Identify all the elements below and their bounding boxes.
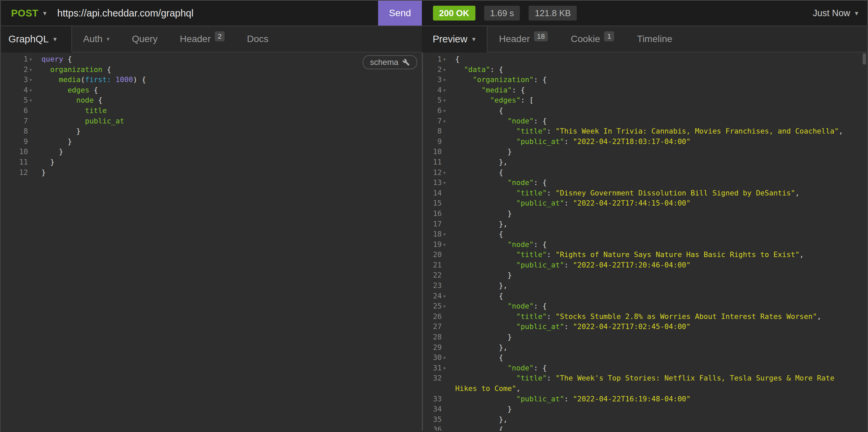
fold-caret-icon[interactable]: ▾ [442, 85, 455, 96]
code-line: 3▾ media(first: 1000) { [1, 75, 422, 85]
line-number: 11 [423, 157, 442, 168]
code-line: 6 title [1, 106, 422, 116]
code-line: 5▾ node { [1, 95, 422, 106]
header-count-badge: 18 [534, 31, 548, 41]
tab-rows: GraphQL ▾ Auth ▾ Query Header 2 Docs [1, 26, 867, 53]
caret-down-icon: ▾ [855, 9, 858, 17]
fold-caret-icon[interactable]: ▾ [28, 54, 41, 65]
body-type-label: GraphQL [8, 34, 49, 45]
fold-caret-icon[interactable]: ▾ [442, 291, 455, 301]
code-line: 2▾ organization { [1, 65, 422, 75]
tab-auth[interactable]: Auth ▾ [72, 26, 121, 52]
response-preview-editor[interactable]: 1▾{2▾ "data": {3▾ "organization": {4▾ "m… [423, 53, 867, 431]
code-text: { [455, 353, 867, 363]
tab-header[interactable]: Header 2 [169, 26, 236, 52]
fold-caret-icon[interactable]: ▾ [442, 116, 455, 127]
code-text: } [41, 147, 422, 157]
fold-caret-icon[interactable]: ▾ [442, 353, 455, 363]
tab-query[interactable]: Query [121, 26, 169, 52]
code-text: } [455, 404, 867, 414]
tab-cookie[interactable]: Cookie 1 [559, 26, 626, 52]
caret-down-icon[interactable]: ▾ [43, 9, 46, 17]
line-number: 8 [1, 126, 28, 137]
url-input[interactable]: https://api.cheddar.com/graphql [57, 8, 194, 19]
line-number: 10 [423, 147, 442, 157]
line-number: 30 [423, 353, 442, 363]
line-number: 23 [423, 280, 442, 291]
code-line: 2▾ "data": { [423, 65, 867, 75]
line-number: 6 [1, 106, 28, 116]
caret-down-icon: ▾ [472, 35, 475, 43]
code-line: 36 { [423, 425, 867, 431]
code-text: } [41, 126, 422, 137]
fold-caret-icon[interactable]: ▾ [442, 106, 455, 116]
code-line: 7 public_at [1, 116, 422, 127]
code-line: 9 } [1, 137, 422, 147]
code-line: 3▾ "organization": { [423, 75, 867, 85]
code-line: 6▾ { [423, 106, 867, 116]
method-dropdown[interactable]: POST [11, 8, 38, 19]
code-text: { [455, 425, 867, 431]
fold-caret-icon[interactable]: ▾ [442, 75, 455, 85]
code-line: 20 "title": "Rights of Nature Says Natur… [423, 250, 867, 260]
line-number: 10 [1, 147, 28, 157]
fold-caret-icon[interactable]: ▾ [28, 95, 41, 106]
schema-button[interactable]: schema [363, 55, 417, 69]
fold-caret-icon[interactable]: ▾ [28, 85, 41, 96]
line-number: 19 [423, 239, 442, 250]
code-text: "organization": { [455, 75, 867, 85]
fold-caret-icon[interactable]: ▾ [442, 54, 455, 65]
code-text: }, [455, 157, 867, 168]
fold-caret-icon[interactable]: ▾ [442, 95, 455, 106]
fold-caret-icon[interactable]: ▾ [442, 168, 455, 178]
fold-caret-icon[interactable]: ▾ [28, 65, 41, 75]
fold-caret-icon[interactable]: ▾ [442, 65, 455, 75]
line-number: 32 [423, 373, 442, 384]
content-panes: schema 1▾query {2▾ organization {3▾ medi… [1, 53, 867, 431]
fold-caret-icon[interactable]: ▾ [442, 229, 455, 239]
code-line: 34 } [423, 404, 867, 414]
line-number: 3 [1, 75, 28, 85]
code-line: 16 } [423, 209, 867, 219]
code-line: 24▾ { [423, 291, 867, 301]
fold-caret-icon[interactable]: ▾ [442, 363, 455, 373]
tab-response-header[interactable]: Header 18 [488, 26, 559, 52]
response-tabs: Preview ▾ Header 18 Cookie 1 Timeline [422, 26, 867, 53]
graphql-query-editor[interactable]: schema 1▾query {2▾ organization {3▾ medi… [1, 53, 422, 431]
wrench-icon [402, 59, 410, 66]
code-line: 9 "public_at": "2022-04-22T18:03:17-04:0… [423, 137, 867, 147]
tab-timeline[interactable]: Timeline [626, 26, 684, 52]
code-text: "node": { [455, 301, 867, 311]
code-text: "public_at": "2022-04-22T17:02:45-04:00" [455, 322, 867, 332]
line-number: 1 [1, 54, 28, 65]
code-line: 8 } [1, 126, 422, 137]
code-text: }, [455, 414, 867, 425]
code-text: "public_at": "2022-04-22T17:20:46-04:00" [455, 260, 867, 270]
tab-docs[interactable]: Docs [236, 26, 279, 52]
response-scrollbar-thumb[interactable] [863, 53, 866, 65]
fold-caret-icon[interactable]: ▾ [28, 75, 41, 85]
code-line: 17 }, [423, 219, 867, 229]
tab-label: Docs [247, 34, 268, 44]
fold-caret-icon[interactable]: ▾ [442, 178, 455, 188]
response-history-dropdown[interactable]: Just Now ▾ [813, 1, 858, 26]
code-text: "public_at": "2022-04-22T17:44:15-04:00" [455, 198, 867, 209]
line-number: 16 [423, 209, 442, 219]
send-button[interactable]: Send [378, 1, 422, 26]
preview-mode-dropdown[interactable]: Preview ▾ [422, 26, 488, 53]
line-number: 33 [423, 394, 442, 404]
fold-caret-icon[interactable]: ▾ [442, 301, 455, 311]
code-text: media(first: 1000) { [41, 75, 422, 85]
code-line: 26 "title": "Stocks Stumble 2.8% as Worr… [423, 311, 867, 322]
line-number: 26 [423, 311, 442, 322]
body-type-dropdown[interactable]: GraphQL ▾ [1, 26, 72, 53]
line-number: 31 [423, 363, 442, 373]
code-text: } [455, 332, 867, 342]
code-line: 11 } [1, 157, 422, 168]
url-bar[interactable]: POST ▾ https://api.cheddar.com/graphql [1, 1, 378, 26]
code-line: 12▾ { [423, 168, 867, 178]
code-line: 25▾ "node": { [423, 301, 867, 311]
fold-caret-icon[interactable]: ▾ [442, 239, 455, 250]
tab-label: Auth [83, 34, 103, 44]
schema-button-label: schema [370, 58, 398, 67]
